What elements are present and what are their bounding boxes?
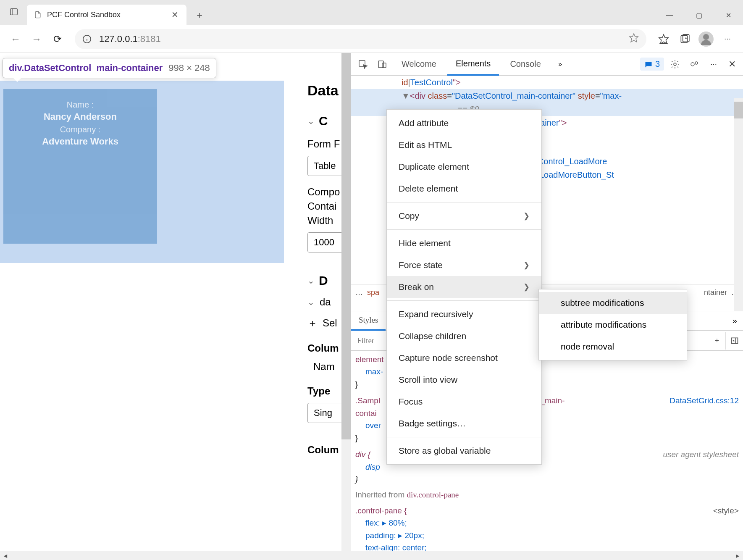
menu-copy[interactable]: Copy❯ bbox=[387, 205, 541, 227]
menu-button[interactable]: ⋯ bbox=[717, 29, 738, 50]
card-name-value: Nancy Anderson bbox=[12, 111, 149, 122]
chevron-down-icon[interactable]: ⌄ bbox=[307, 116, 315, 126]
tab-styles[interactable]: Styles bbox=[351, 311, 386, 331]
new-tab-button[interactable]: ＋ bbox=[190, 5, 209, 25]
toggle-sidebar-icon[interactable] bbox=[725, 332, 743, 350]
collections-button[interactable] bbox=[674, 29, 695, 50]
css-source-link[interactable]: DataSetGrid.css:12 bbox=[669, 394, 739, 407]
horizontal-scrollbar[interactable]: ◄ ► bbox=[0, 551, 743, 560]
address-bar[interactable]: 127.0.0.1:8181 bbox=[75, 29, 646, 49]
favorites-button[interactable] bbox=[653, 29, 674, 50]
break-on-submenu: subtree modifications attribute modifica… bbox=[538, 289, 687, 360]
devtools-close-icon[interactable]: ✕ bbox=[725, 59, 740, 70]
tab-actions-button[interactable] bbox=[3, 1, 24, 22]
menu-store[interactable]: Store as global variable bbox=[387, 440, 541, 462]
issues-badge[interactable]: 3 bbox=[640, 58, 664, 71]
forward-button: → bbox=[26, 29, 47, 50]
context-menu: Add attribute Edit as HTML Duplicate ele… bbox=[386, 109, 542, 465]
card-company-value: Adventure Works bbox=[12, 136, 149, 147]
devtools-header: Welcome Elements Console » 3 ⋯ ✕ bbox=[351, 53, 743, 76]
chevron-right-icon: ❯ bbox=[523, 211, 530, 221]
menu-duplicate[interactable]: Duplicate element bbox=[387, 156, 541, 178]
card-company-label: Company : bbox=[12, 125, 149, 134]
tab-console[interactable]: Console bbox=[501, 53, 549, 76]
chevron-right-icon: ❯ bbox=[523, 282, 530, 292]
svg-rect-14 bbox=[382, 63, 386, 68]
menu-edit-html[interactable]: Edit as HTML bbox=[387, 134, 541, 156]
svg-rect-18 bbox=[731, 338, 738, 343]
settings-icon[interactable] bbox=[667, 56, 683, 73]
chevron-down-icon[interactable]: ⌄ bbox=[307, 297, 315, 307]
svg-point-15 bbox=[674, 63, 676, 66]
dom-line-selected[interactable]: ▼<div class="DataSetControl_main-contain… bbox=[351, 89, 743, 103]
chevron-down-icon[interactable]: ⌄ bbox=[307, 276, 315, 286]
svg-rect-0 bbox=[11, 9, 18, 15]
tab-welcome[interactable]: Welcome bbox=[393, 53, 445, 76]
inspect-element-icon[interactable] bbox=[354, 56, 371, 73]
tab-title: PCF Control Sandbox bbox=[47, 11, 171, 19]
activity-icon[interactable] bbox=[686, 56, 703, 73]
minimize-button[interactable]: ― bbox=[655, 5, 684, 25]
devtools-menu-icon[interactable]: ⋯ bbox=[705, 56, 722, 73]
more-tabs-icon[interactable]: » bbox=[727, 316, 743, 326]
window-controls: ― ▢ ✕ bbox=[655, 5, 743, 25]
url-text: 127.0.0.1:8181 bbox=[99, 34, 629, 45]
menu-capture[interactable]: Capture node screenshot bbox=[387, 347, 541, 369]
chevron-right-icon: ❯ bbox=[523, 260, 530, 270]
dom-line[interactable]: id|TestControl"> bbox=[351, 76, 743, 89]
more-tabs-icon[interactable]: » bbox=[552, 56, 569, 73]
site-info-icon[interactable] bbox=[82, 34, 92, 44]
card-name-label: Name : bbox=[12, 100, 149, 110]
menu-scroll[interactable]: Scroll into view bbox=[387, 369, 541, 391]
submenu-node[interactable]: node removal bbox=[539, 336, 687, 358]
svg-rect-13 bbox=[378, 61, 383, 68]
dataset-card[interactable]: Name : Nancy Anderson Company : Adventur… bbox=[3, 89, 157, 244]
scroll-right-icon[interactable]: ► bbox=[735, 552, 740, 559]
refresh-button[interactable]: ⟳ bbox=[47, 29, 68, 50]
maximize-button[interactable]: ▢ bbox=[684, 5, 714, 25]
profile-avatar[interactable] bbox=[698, 32, 714, 47]
menu-hide[interactable]: Hide element bbox=[387, 232, 541, 254]
menu-delete[interactable]: Delete element bbox=[387, 178, 541, 200]
svg-marker-6 bbox=[659, 34, 668, 44]
svg-point-17 bbox=[695, 62, 698, 64]
page-scrollbar[interactable] bbox=[341, 53, 351, 551]
plus-icon[interactable]: ＋ bbox=[307, 316, 318, 330]
new-style-rule-icon[interactable]: ＋ bbox=[708, 332, 725, 350]
browser-titlebar: PCF Control Sandbox ✕ ＋ ― ▢ ✕ bbox=[0, 0, 743, 25]
svg-marker-5 bbox=[630, 34, 638, 42]
menu-focus[interactable]: Focus bbox=[387, 391, 541, 413]
scroll-left-icon[interactable]: ◄ bbox=[3, 552, 8, 559]
page-viewport: div.DataSetControl_main-container998 × 2… bbox=[0, 53, 351, 551]
submenu-attribute[interactable]: attribute modifications bbox=[539, 314, 687, 336]
toolbar: ← → ⟳ 127.0.0.1:8181 ⋯ bbox=[0, 25, 743, 53]
dom-scrollbar[interactable] bbox=[734, 98, 743, 311]
tab-elements[interactable]: Elements bbox=[447, 53, 499, 76]
tab-close-icon[interactable]: ✕ bbox=[171, 10, 180, 20]
menu-add-attribute[interactable]: Add attribute bbox=[387, 112, 541, 134]
inspector-tooltip: div.DataSetControl_main-container998 × 2… bbox=[3, 58, 216, 78]
menu-collapse[interactable]: Collapse children bbox=[387, 325, 541, 347]
menu-expand[interactable]: Expand recursively bbox=[387, 303, 541, 325]
menu-badge[interactable]: Badge settings… bbox=[387, 413, 541, 434]
page-icon bbox=[34, 11, 42, 19]
browser-tab[interactable]: PCF Control Sandbox ✕ bbox=[27, 5, 186, 25]
close-window-button[interactable]: ✕ bbox=[714, 5, 743, 25]
device-toolbar-icon[interactable] bbox=[374, 56, 391, 73]
back-button[interactable]: ← bbox=[5, 29, 26, 50]
submenu-subtree[interactable]: subtree modifications bbox=[539, 292, 687, 314]
favorite-icon[interactable] bbox=[629, 33, 639, 45]
menu-break-on[interactable]: Break on❯ bbox=[387, 276, 541, 298]
inspected-element-highlight: Name : Nancy Anderson Company : Adventur… bbox=[0, 81, 284, 263]
menu-force-state[interactable]: Force state❯ bbox=[387, 254, 541, 276]
svg-point-16 bbox=[691, 63, 694, 66]
